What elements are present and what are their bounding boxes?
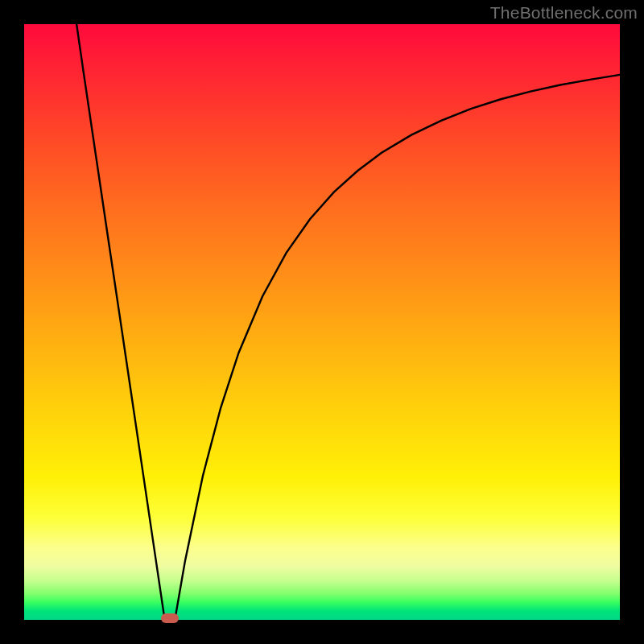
bottleneck-curve	[24, 24, 620, 620]
minimum-marker	[161, 613, 179, 623]
watermark-text: TheBottleneck.com	[490, 3, 638, 23]
plot-area	[24, 24, 620, 620]
chart-frame: TheBottleneck.com	[0, 0, 644, 644]
curve-path	[76, 24, 620, 620]
